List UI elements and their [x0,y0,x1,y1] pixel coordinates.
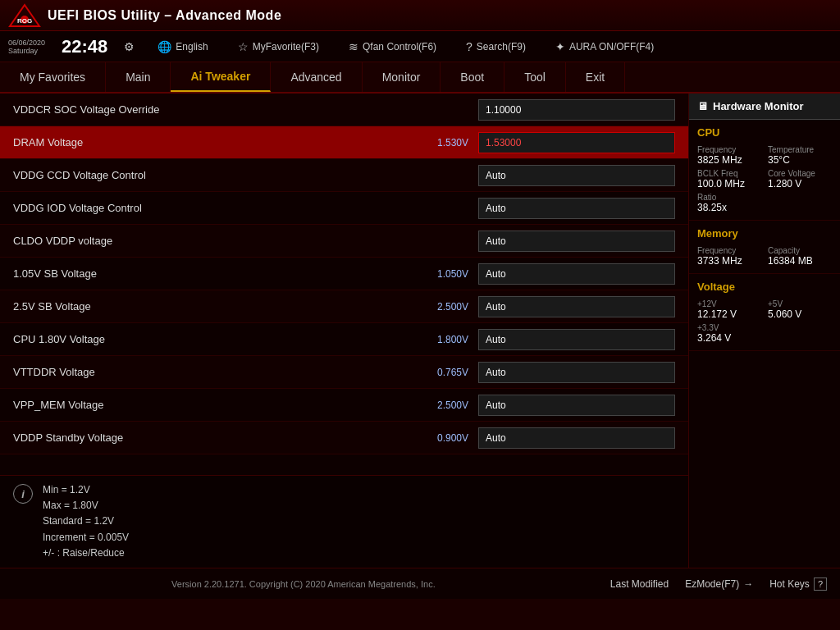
setting-value-vddg-ccd[interactable]: Auto [478,165,675,186]
hw-section-title-cpu: CPU [697,126,832,139]
search-button[interactable]: ? Search(F9) [459,39,532,55]
setting-row-cldo-vddp[interactable]: CLDO VDDP voltageAuto [0,225,688,258]
hw-section-title-memory: Memory [697,227,832,240]
search-label: Search(F9) [477,41,526,52]
info-box: i Min = 1.2VMax = 1.80VStandard = 1.2VIn… [0,475,688,568]
tab-ai-tweaker[interactable]: Ai Tweaker [171,62,271,92]
tab-exit[interactable]: Exit [566,62,625,92]
hw-value: 3825 MHz [697,154,761,166]
hw-item--5v: +5V5.060 V [768,299,832,320]
tab-main[interactable]: Main [106,62,171,92]
hw-monitor-panel: 🖥 Hardware Monitor CPUFrequency3825 MHzT… [688,94,840,568]
hw-section-cpu: CPUFrequency3825 MHzTemperature35°CBCLK … [689,120,840,221]
tab-advanced[interactable]: Advanced [271,62,362,92]
setting-row-vddg-ccd[interactable]: VDDG CCD Voltage ControlAuto [0,159,688,192]
hw-item-frequency: Frequency3825 MHz [697,145,761,166]
aura-icon: ✦ [555,40,565,53]
monitor-icon: 🖥 [697,100,708,112]
header-title: UEFI BIOS Utility – Advanced Mode [48,8,281,23]
setting-row-vddg-iod[interactable]: VDDG IOD Voltage ControlAuto [0,192,688,225]
hw-value: 35°C [768,154,832,166]
aura-button[interactable]: ✦ AURA ON/OFF(F4) [549,39,660,55]
setting-current-cpu-180v: 1.800V [423,334,468,345]
ez-mode-button[interactable]: EzMode(F7) → [685,578,753,590]
tab-my-favorites[interactable]: My Favorites [0,62,106,92]
date-line1: 06/06/2020 [8,39,45,47]
fan-icon: ≋ [349,40,358,53]
arrow-icon: → [743,578,753,590]
info-text: Min = 1.2VMax = 1.80VStandard = 1.2VIncr… [43,482,129,561]
hw-label: Capacity [768,246,832,255]
date-line2: Saturday [8,47,38,55]
setting-row-dram-voltage[interactable]: DRAM Voltage1.530V1.53000 [0,126,688,159]
setting-value-25v-sb[interactable]: Auto [478,296,675,317]
hw-label: +12V [697,299,761,308]
qfan-label: Qfan Control(F6) [363,41,436,52]
hw-value: 100.0 MHz [697,178,761,189]
tab-boot[interactable]: Boot [441,62,504,92]
setting-value-vddp-standby[interactable]: Auto [478,427,675,449]
language-label: English [176,41,208,52]
setting-label-vddg-ccd: VDDG CCD Voltage Control [13,169,478,181]
setting-label-vddg-iod: VDDG IOD Voltage Control [13,202,478,214]
hw-section-memory: MemoryFrequency3733 MHzCapacity16384 MB [689,221,840,274]
settings-icon[interactable]: ⚙ [124,40,135,53]
setting-label-vttddr: VTTDDR Voltage [13,366,423,378]
tab-monitor[interactable]: Monitor [363,62,441,92]
last-modified-button[interactable]: Last Modified [610,578,669,590]
language-button[interactable]: 🌐 English [151,39,214,55]
setting-value-105v-sb[interactable]: Auto [478,263,675,285]
setting-value-cpu-180v[interactable]: Auto [478,329,675,350]
info-icon: i [13,484,33,504]
aura-label: AURA ON/OFF(F4) [569,41,654,52]
qfan-button[interactable]: ≋ Qfan Control(F6) [342,39,443,55]
datetime: 06/06/2020 Saturday [8,39,45,55]
my-favorite-label: MyFavorite(F3) [253,41,319,52]
hw-label: +3.3V [697,323,832,332]
setting-row-25v-sb[interactable]: 2.5V SB Voltage2.500VAuto [0,290,688,323]
hw-value: 3733 MHz [697,255,761,267]
setting-value-vddcr-soc[interactable]: 1.10000 [478,99,675,121]
setting-current-vpp-mem: 2.500V [423,399,468,411]
favorite-icon: ☆ [238,40,249,53]
hw-item-capacity: Capacity16384 MB [768,246,832,267]
hw-value: 3.264 V [697,332,832,344]
rog-logo: ROG [8,3,41,28]
hw-grid-voltage: +12V12.172 V+5V5.060 V+3.3V3.264 V [697,299,832,344]
svg-text:ROG: ROG [17,17,32,25]
setting-current-vttddr: 0.765V [423,367,468,378]
setting-current-vddp-standby: 0.900V [423,432,468,444]
question-icon: ? [814,578,827,591]
setting-row-vddcr-soc[interactable]: VDDCR SOC Voltage Override1.10000 [0,94,688,126]
setting-value-vddg-iod[interactable]: Auto [478,198,675,219]
setting-row-cpu-180v[interactable]: CPU 1.80V Voltage1.800VAuto [0,323,688,356]
hw-item-frequency: Frequency3733 MHz [697,246,761,267]
hw-item-temperature: Temperature35°C [768,145,832,166]
search-icon: ? [466,40,472,53]
my-favorite-button[interactable]: ☆ MyFavorite(F3) [231,39,326,55]
setting-label-vddp-standby: VDDP Standby Voltage [13,431,423,444]
setting-label-vddcr-soc: VDDCR SOC Voltage Override [13,103,478,116]
hw-label: BCLK Freq [697,169,761,178]
setting-value-vpp-mem[interactable]: Auto [478,395,675,416]
setting-value-dram-voltage[interactable]: 1.53000 [478,132,675,153]
setting-label-105v-sb: 1.05V SB Voltage [13,267,423,280]
tab-tool[interactable]: Tool [504,62,566,92]
hw-item-ratio: Ratio38.25x [697,193,832,213]
setting-value-vttddr[interactable]: Auto [478,362,675,383]
hw-section-title-voltage: Voltage [697,281,832,293]
hw-label: Frequency [697,246,761,255]
setting-label-cldo-vddp: CLDO VDDP voltage [13,235,478,247]
hw-grid-memory: Frequency3733 MHzCapacity16384 MB [697,246,832,267]
setting-row-vpp-mem[interactable]: VPP_MEM Voltage2.500VAuto [0,389,688,422]
setting-row-vttddr[interactable]: VTTDDR Voltage0.765VAuto [0,356,688,389]
setting-current-dram-voltage: 1.530V [423,137,468,148]
hw-label: Frequency [697,145,761,154]
hw-item-bclk-freq: BCLK Freq100.0 MHz [697,169,761,189]
setting-value-cldo-vddp[interactable]: Auto [478,231,675,252]
header-bar: ROG UEFI BIOS Utility – Advanced Mode [0,0,840,31]
version-text: Version 2.20.1271. Copyright (C) 2020 Am… [13,579,594,589]
setting-row-vddp-standby[interactable]: VDDP Standby Voltage0.900VAuto [0,422,688,454]
setting-row-105v-sb[interactable]: 1.05V SB Voltage1.050VAuto [0,258,688,290]
hot-keys-button[interactable]: Hot Keys ? [769,578,827,591]
